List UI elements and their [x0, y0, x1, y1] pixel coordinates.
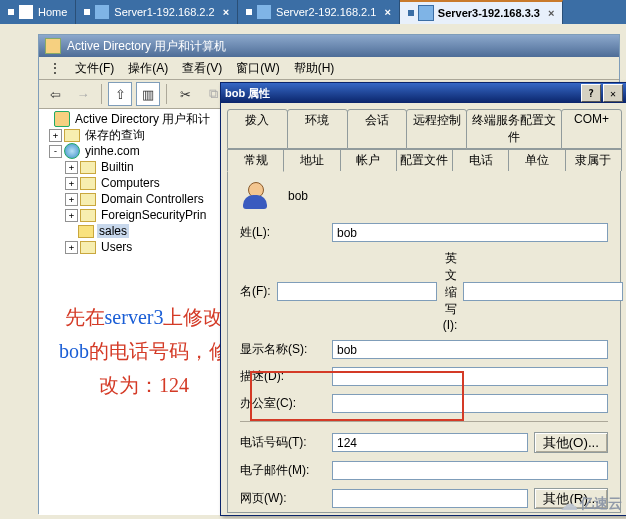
- label-email: 电子邮件(M):: [240, 462, 326, 479]
- user-icon: [240, 181, 270, 211]
- user-display-name: bob: [288, 189, 308, 203]
- label-lastname: 姓(L):: [240, 224, 326, 241]
- tab-session[interactable]: 会话: [347, 109, 408, 149]
- label-web: 网页(W):: [240, 490, 326, 507]
- tree-domain[interactable]: -yinhe.com: [39, 143, 221, 159]
- properties-dialog: bob 属性 ? ✕ 拨入 环境 会话 远程控制 终端服务配置文件 COM+ 常…: [220, 82, 626, 516]
- tab-env[interactable]: 环境: [287, 109, 348, 149]
- input-phone[interactable]: [332, 433, 528, 452]
- tree-node-computers[interactable]: +Computers: [39, 175, 221, 191]
- label-initials: 英文缩写(I):: [443, 250, 458, 332]
- folder-icon: [64, 129, 80, 142]
- label-office: 办公室(C):: [240, 395, 326, 412]
- phone-other-button[interactable]: 其他(O)...: [534, 432, 608, 453]
- mmc-title: Active Directory 用户和计算机: [67, 38, 226, 55]
- tree-node-fsp[interactable]: +ForeignSecurityPrin: [39, 207, 221, 223]
- tab-org[interactable]: 单位: [508, 149, 565, 171]
- tab-page-general: bob 姓(L): 名(F): 英文缩写(I): 显示名称(S): 描述(D):: [227, 171, 621, 513]
- tree-node-builtin[interactable]: +Builtin: [39, 159, 221, 175]
- server-icon: [256, 4, 272, 20]
- menu-bar[interactable]: ⋮ 文件(F) 操作(A) 查看(V) 窗口(W) 帮助(H): [39, 57, 619, 80]
- label-phone: 电话号码(T):: [240, 434, 326, 451]
- expand-icon[interactable]: +: [65, 161, 78, 174]
- home-icon: [18, 4, 34, 20]
- close-button[interactable]: ✕: [603, 84, 623, 102]
- input-web[interactable]: [332, 489, 528, 508]
- folder-icon: [80, 209, 96, 222]
- folder-icon: [80, 177, 96, 190]
- tree-root[interactable]: Active Directory 用户和计: [39, 111, 221, 127]
- tree-node-users[interactable]: +Users: [39, 239, 221, 255]
- dialog-title: bob 属性: [225, 86, 270, 101]
- aduc-root-icon: [54, 111, 70, 127]
- tab-address[interactable]: 地址: [283, 149, 340, 171]
- close-icon[interactable]: ×: [223, 6, 229, 18]
- menu-file[interactable]: 文件(F): [69, 58, 120, 79]
- collapse-icon[interactable]: -: [49, 145, 62, 158]
- server-icon: [94, 4, 110, 20]
- menu-window[interactable]: 窗口(W): [230, 58, 285, 79]
- tree-node-sales[interactable]: sales: [39, 223, 221, 239]
- help-button[interactable]: ?: [581, 84, 601, 102]
- input-displayname[interactable]: [332, 340, 608, 359]
- annotation-text: 先在server3上修改 bob的电话号码，修 改为：124: [44, 300, 244, 402]
- cut-button[interactable]: ✂: [173, 82, 197, 106]
- tab-server3[interactable]: Server3-192.168.3.3×: [400, 0, 564, 24]
- tab-phone[interactable]: 电话: [452, 149, 509, 171]
- tab-remote[interactable]: 远程控制: [406, 109, 467, 149]
- watermark: ☁ 亿速云: [560, 493, 622, 515]
- folder-icon: [80, 193, 96, 206]
- expand-icon[interactable]: +: [65, 209, 78, 222]
- tab-profile[interactable]: 配置文件: [396, 149, 453, 171]
- show-hide-tree-button[interactable]: ▥: [136, 82, 160, 106]
- input-lastname[interactable]: [332, 223, 608, 242]
- menu-action[interactable]: 操作(A): [122, 58, 174, 79]
- forward-button[interactable]: →: [71, 82, 95, 106]
- tree-node-dc[interactable]: +Domain Controllers: [39, 191, 221, 207]
- tab-general[interactable]: 常规: [227, 149, 284, 172]
- input-initials[interactable]: [463, 282, 623, 301]
- domain-icon: [64, 143, 80, 159]
- folder-icon: [80, 241, 96, 254]
- session-tab-bar: Home Server1-192.168.2.2× Server2-192.16…: [0, 0, 626, 24]
- tab-home[interactable]: Home: [0, 0, 76, 24]
- tab-server1[interactable]: Server1-192.168.2.2×: [76, 0, 238, 24]
- tab-dialin[interactable]: 拨入: [227, 109, 288, 149]
- expand-icon[interactable]: +: [49, 129, 62, 142]
- up-button[interactable]: ⇧: [108, 82, 132, 106]
- cloud-icon: ☁: [560, 493, 578, 515]
- tree-saved-queries[interactable]: +保存的查询: [39, 127, 221, 143]
- aduc-icon: [45, 38, 61, 54]
- mmc-title-bar: Active Directory 用户和计算机: [39, 35, 619, 57]
- close-icon[interactable]: ×: [384, 6, 390, 18]
- property-tabs: 拨入 环境 会话 远程控制 终端服务配置文件 COM+ 常规 地址 帐户 配置文…: [227, 109, 621, 171]
- folder-icon: [80, 161, 96, 174]
- expand-icon[interactable]: +: [65, 241, 78, 254]
- menu-help[interactable]: 帮助(H): [288, 58, 341, 79]
- input-firstname[interactable]: [277, 282, 437, 301]
- label-firstname: 名(F):: [240, 283, 271, 300]
- server-icon: [418, 5, 434, 21]
- tab-server2[interactable]: Server2-192.168.2.1×: [238, 0, 400, 24]
- tab-member[interactable]: 隶属于: [565, 149, 622, 171]
- menu-handle[interactable]: ⋮: [43, 59, 67, 77]
- tab-ts[interactable]: 终端服务配置文件: [466, 109, 562, 149]
- close-icon[interactable]: ×: [548, 7, 554, 19]
- input-description[interactable]: [332, 367, 608, 386]
- input-email[interactable]: [332, 461, 608, 480]
- menu-view[interactable]: 查看(V): [176, 58, 228, 79]
- tab-account[interactable]: 帐户: [340, 149, 397, 171]
- expand-icon[interactable]: +: [65, 193, 78, 206]
- label-description: 描述(D):: [240, 368, 326, 385]
- input-office[interactable]: [332, 394, 608, 413]
- label-displayname: 显示名称(S):: [240, 341, 326, 358]
- dialog-title-bar[interactable]: bob 属性 ? ✕: [221, 83, 626, 103]
- tab-com[interactable]: COM+: [561, 109, 622, 149]
- back-button[interactable]: ⇦: [43, 82, 67, 106]
- folder-open-icon: [78, 225, 94, 238]
- expand-icon[interactable]: +: [65, 177, 78, 190]
